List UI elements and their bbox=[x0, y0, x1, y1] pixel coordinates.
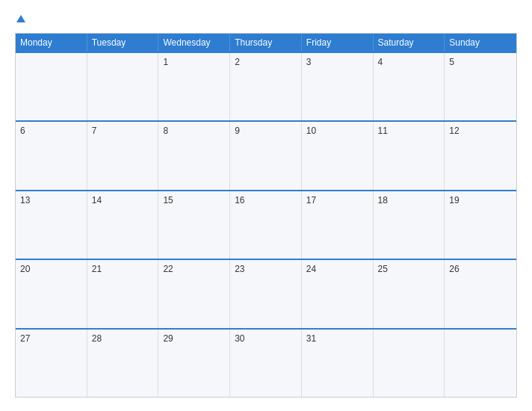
day-number: 30 bbox=[235, 333, 297, 344]
day-cell: 10 bbox=[302, 122, 374, 189]
day-number: 25 bbox=[378, 264, 440, 274]
day-cell: 16 bbox=[230, 191, 302, 259]
day-number: 29 bbox=[163, 333, 225, 344]
day-cell: 28 bbox=[87, 330, 159, 397]
day-cell: 20 bbox=[16, 260, 87, 327]
day-cell: 11 bbox=[374, 122, 445, 189]
day-number: 19 bbox=[449, 195, 512, 206]
logo-line1 bbox=[15, 13, 25, 25]
logo-triangle-icon bbox=[16, 15, 25, 22]
day-cell: 29 bbox=[158, 330, 230, 397]
day-number: 26 bbox=[449, 264, 512, 274]
day-number: 20 bbox=[20, 264, 82, 274]
day-number: 4 bbox=[378, 57, 440, 67]
day-number: 15 bbox=[163, 195, 225, 206]
day-number: 24 bbox=[306, 264, 368, 274]
day-number: 14 bbox=[92, 195, 154, 206]
day-cell: 26 bbox=[445, 260, 516, 327]
day-number: 31 bbox=[306, 333, 368, 344]
day-cell: 17 bbox=[302, 191, 374, 259]
day-cell: 7 bbox=[87, 122, 159, 189]
day-number: 5 bbox=[449, 57, 512, 67]
day-number: 10 bbox=[306, 126, 368, 136]
day-number: 3 bbox=[306, 57, 368, 67]
day-number: 18 bbox=[378, 195, 440, 206]
day-cell: 27 bbox=[16, 330, 87, 397]
day-header-sunday: Sunday bbox=[445, 34, 516, 52]
day-header-saturday: Saturday bbox=[374, 34, 445, 52]
day-number: 21 bbox=[92, 264, 154, 274]
day-number: 1 bbox=[163, 57, 225, 67]
weeks: 1234567891011121314151617181920212223242… bbox=[16, 52, 516, 397]
week-row-4: 2728293031 bbox=[16, 328, 516, 397]
day-number: 28 bbox=[92, 333, 154, 344]
calendar: MondayTuesdayWednesdayThursdayFridaySatu… bbox=[15, 33, 517, 398]
header bbox=[15, 13, 517, 25]
day-cell: 22 bbox=[158, 260, 230, 327]
day-cell: 23 bbox=[230, 260, 302, 327]
day-cell: 14 bbox=[87, 191, 159, 259]
day-header-tuesday: Tuesday bbox=[87, 34, 159, 52]
day-cell: 4 bbox=[374, 53, 445, 120]
day-number: 17 bbox=[306, 195, 368, 206]
day-header-thursday: Thursday bbox=[230, 34, 302, 52]
day-number: 16 bbox=[235, 195, 297, 206]
day-header-wednesday: Wednesday bbox=[158, 34, 230, 52]
day-cell: 21 bbox=[87, 260, 159, 327]
day-number: 12 bbox=[449, 126, 512, 136]
logo bbox=[15, 13, 25, 25]
day-cell: 5 bbox=[445, 53, 516, 120]
day-number: 2 bbox=[235, 57, 297, 67]
day-header-friday: Friday bbox=[302, 34, 374, 52]
page: MondayTuesdayWednesdayThursdayFridaySatu… bbox=[0, 0, 532, 411]
day-number: 6 bbox=[20, 126, 82, 136]
day-number: 7 bbox=[92, 126, 154, 136]
day-cell bbox=[374, 330, 445, 397]
day-cell: 9 bbox=[230, 122, 302, 189]
day-cell: 3 bbox=[302, 53, 374, 120]
day-cell: 6 bbox=[16, 122, 87, 189]
week-row-3: 20212223242526 bbox=[16, 259, 516, 327]
day-cell: 19 bbox=[445, 191, 516, 259]
week-row-2: 13141516171819 bbox=[16, 190, 516, 259]
day-cell: 30 bbox=[230, 330, 302, 397]
day-cell: 1 bbox=[158, 53, 230, 120]
day-cell bbox=[445, 330, 516, 397]
day-number: 22 bbox=[163, 264, 225, 274]
day-cell bbox=[87, 53, 159, 120]
day-cell: 12 bbox=[445, 122, 516, 189]
day-number: 27 bbox=[20, 333, 82, 344]
day-cell: 18 bbox=[374, 191, 445, 259]
day-cell bbox=[16, 53, 87, 120]
day-number: 11 bbox=[378, 126, 440, 136]
day-cell: 24 bbox=[302, 260, 374, 327]
day-header-monday: Monday bbox=[16, 34, 87, 52]
day-cell: 15 bbox=[158, 191, 230, 259]
day-cell: 2 bbox=[230, 53, 302, 120]
day-cell: 31 bbox=[302, 330, 374, 397]
day-cell: 25 bbox=[374, 260, 445, 327]
day-number: 13 bbox=[20, 195, 82, 206]
week-row-1: 6789101112 bbox=[16, 120, 516, 189]
day-number: 8 bbox=[163, 126, 225, 136]
day-headers: MondayTuesdayWednesdayThursdayFridaySatu… bbox=[16, 34, 516, 52]
week-row-0: 12345 bbox=[16, 52, 516, 120]
day-number: 9 bbox=[235, 126, 297, 136]
day-cell: 13 bbox=[16, 191, 87, 259]
day-number: 23 bbox=[235, 264, 297, 274]
day-cell: 8 bbox=[158, 122, 230, 189]
